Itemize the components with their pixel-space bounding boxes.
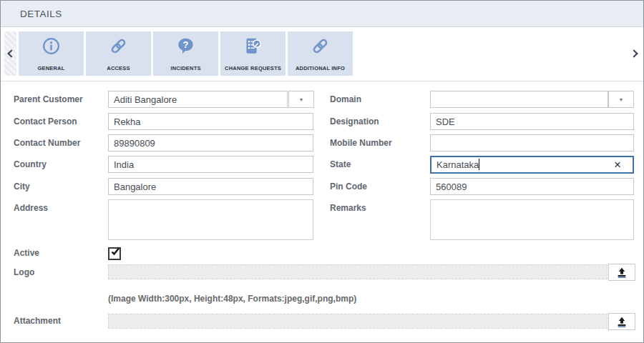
link-icon (311, 36, 330, 59)
pin-code-input[interactable] (430, 178, 634, 195)
domain-input[interactable] (430, 91, 608, 108)
tab-additional-info[interactable]: ADDITIONAL INFO (288, 31, 353, 76)
contact-person-input[interactable] (108, 113, 313, 130)
country-input[interactable] (108, 156, 313, 173)
country-label: Country (14, 156, 47, 173)
city-label: City (14, 178, 30, 195)
mobile-number-input[interactable] (430, 134, 634, 151)
designation-label: Designation (330, 113, 379, 130)
chevron-right-icon (630, 49, 638, 57)
mobile-number-label: Mobile Number (330, 134, 392, 151)
contact-number-input[interactable] (108, 134, 313, 151)
page-title: DETAILS (20, 9, 62, 19)
contact-person-label: Contact Person (14, 113, 77, 130)
address-textarea[interactable] (108, 199, 313, 240)
chevron-down-icon: ▼ (299, 97, 304, 102)
remarks-label: Remarks (330, 199, 366, 217)
state-input[interactable] (430, 156, 634, 174)
attachment-upload-button[interactable] (608, 313, 635, 330)
tab-label: ADDITIONAL INFO (296, 65, 345, 72)
upload-icon (616, 316, 628, 328)
tab-incidents[interactable]: ? INCIDENTS (153, 31, 218, 76)
chevron-down-icon: ▼ (619, 97, 624, 102)
question-bubble-icon: ? (176, 36, 195, 59)
active-checkbox[interactable] (108, 247, 121, 260)
city-input[interactable] (108, 178, 313, 195)
active-label: Active (14, 244, 39, 262)
svg-text:?: ? (183, 39, 189, 50)
logo-upload-button[interactable] (608, 264, 635, 281)
tab-bar: GENERAL ACCESS ? INCIDENTS (19, 31, 353, 76)
parent-customer-input[interactable] (108, 91, 288, 108)
contact-number-label: Contact Number (14, 134, 80, 151)
upload-icon (616, 267, 628, 279)
info-icon (42, 36, 61, 59)
attachment-label: Attachment (14, 312, 61, 329)
chevron-left-icon (7, 49, 15, 57)
pin-code-label: Pin Code (330, 178, 367, 195)
clear-icon[interactable]: × (614, 159, 621, 171)
attachment-file-field (108, 314, 608, 329)
tab-access[interactable]: ACCESS (86, 31, 151, 76)
tab-label: ACCESS (107, 65, 130, 72)
remarks-textarea[interactable] (430, 199, 634, 240)
divider (1, 81, 643, 81)
link-icon (109, 36, 128, 59)
tab-label: GENERAL (37, 65, 64, 72)
designation-input[interactable] (430, 113, 634, 130)
logo-size-note: (Image Width:300px, Height:48px, Formats… (108, 294, 356, 304)
parent-customer-label: Parent Customer (14, 91, 83, 108)
domain-dropdown-button[interactable]: ▼ (608, 91, 634, 108)
logo-file-field (108, 264, 608, 279)
tab-label: CHANGE REQUESTS (225, 65, 281, 72)
change-request-icon (243, 36, 263, 59)
details-panel: DETAILS GENERAL (0, 0, 644, 343)
domain-label: Domain (330, 91, 361, 108)
tabs-scroll-left-button[interactable] (4, 31, 16, 76)
state-label: State (330, 156, 351, 173)
tab-general[interactable]: GENERAL (19, 31, 84, 76)
tab-label: INCIDENTS (170, 65, 200, 72)
logo-label: Logo (14, 264, 34, 281)
checkmark-icon (110, 247, 120, 257)
tab-change-requests[interactable]: CHANGE REQUESTS (220, 31, 286, 76)
tabs-scroll-right-button[interactable] (630, 31, 640, 76)
parent-customer-dropdown-button[interactable]: ▼ (288, 91, 314, 108)
text-cursor (479, 159, 479, 170)
address-label: Address (14, 199, 48, 217)
panel-header: DETAILS (1, 1, 643, 27)
